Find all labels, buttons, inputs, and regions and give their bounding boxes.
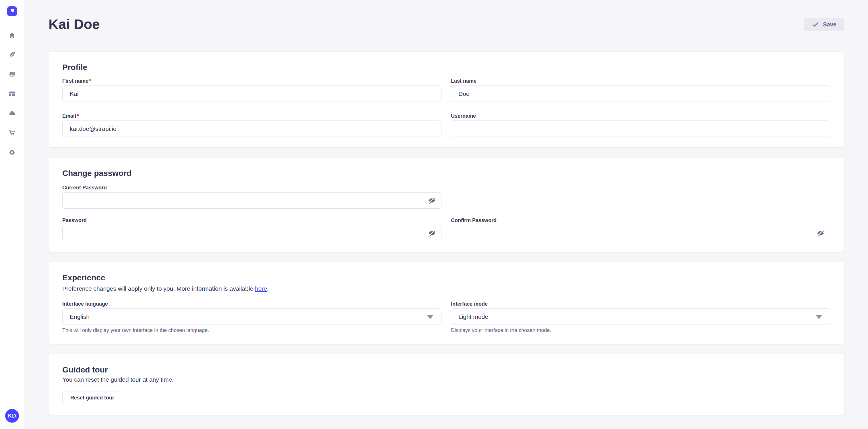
interface-mode-select[interactable]: Light mode [451, 308, 830, 325]
required-marker: * [77, 113, 79, 119]
first-name-field: First name* [62, 78, 441, 102]
interface-language-select[interactable]: English [62, 308, 441, 325]
experience-description: Preference changes will apply only to yo… [62, 285, 830, 292]
last-name-label: Last name [451, 78, 476, 84]
more-information-link[interactable]: here [255, 285, 267, 292]
strapi-logo[interactable] [7, 6, 17, 16]
sidebar-item-settings[interactable] [6, 146, 19, 159]
first-name-input[interactable] [62, 86, 441, 102]
interface-language-hint: This will only display your own interfac… [62, 327, 441, 333]
current-password-label: Current Password [62, 185, 107, 191]
interface-mode-value: Light mode [458, 314, 488, 320]
settings-cards: Profile First name* Last name Email* [49, 52, 844, 415]
settings-gear-icon [8, 148, 16, 156]
eye-off-icon [428, 229, 436, 237]
sidebar: KD [0, 0, 24, 429]
sidebar-item-media-library[interactable] [6, 68, 19, 80]
change-password-card: Change password Current Password [49, 158, 844, 252]
eye-off-icon [817, 229, 825, 237]
password-field: Password [62, 217, 441, 241]
interface-mode-hint: Displays your interface in the chosen mo… [451, 327, 830, 333]
last-name-field: Last name [451, 78, 830, 102]
content-manager-feather-icon [8, 51, 16, 59]
confirm-password-input[interactable] [451, 225, 830, 241]
interface-language-field: Interface language English This will onl… [62, 301, 441, 333]
page-title: Kai Doe [49, 16, 100, 33]
username-field: Username [451, 113, 830, 137]
password-label: Password [62, 218, 87, 223]
password-input[interactable] [62, 225, 441, 241]
guided-tour-card: Guided tour You can reset the guided tou… [49, 354, 844, 415]
toggle-confirm-password-visibility[interactable] [815, 228, 826, 238]
interface-language-value: English [70, 314, 90, 320]
main-nav [6, 22, 19, 159]
sidebar-footer: KD [0, 403, 24, 429]
guided-tour-description: You can reset the guided tour at any tim… [62, 376, 830, 384]
chevron-down-icon [427, 316, 433, 319]
sidebar-item-marketplace[interactable] [6, 127, 19, 139]
toggle-current-password-visibility[interactable] [427, 195, 437, 206]
sidebar-item-content-manager[interactable] [6, 48, 19, 61]
save-button-label: Save [823, 21, 836, 28]
toggle-password-visibility[interactable] [427, 228, 437, 238]
email-label: Email [62, 113, 76, 119]
current-password-field: Current Password [62, 185, 441, 209]
main-content: Kai Doe Save Profile First name* Last na… [24, 16, 868, 415]
chevron-down-icon [816, 316, 822, 319]
change-password-heading: Change password [62, 168, 830, 178]
username-label: Username [451, 113, 476, 119]
experience-card: Experience Preference changes will apply… [49, 262, 844, 344]
content-type-builder-icon [8, 90, 16, 98]
guided-tour-heading: Guided tour [62, 365, 830, 375]
check-icon [811, 21, 819, 28]
home-icon [8, 32, 16, 39]
cloud-icon [8, 110, 16, 117]
current-password-input[interactable] [62, 192, 441, 209]
sidebar-logo-section [0, 0, 24, 22]
interface-mode-label: Interface mode [451, 301, 488, 307]
media-library-icon [8, 71, 16, 78]
eye-off-icon [428, 197, 436, 204]
strapi-logo-icon [7, 6, 17, 16]
experience-heading: Experience [62, 273, 830, 283]
page-header: Kai Doe Save [49, 16, 844, 33]
sidebar-item-cloud[interactable] [6, 107, 19, 120]
required-marker: * [89, 78, 91, 84]
interface-mode-field: Interface mode Light mode Displays your … [451, 301, 830, 333]
save-button[interactable]: Save [804, 18, 844, 31]
last-name-input[interactable] [451, 86, 830, 102]
sidebar-item-content-type-builder[interactable] [6, 88, 19, 100]
profile-heading: Profile [62, 63, 830, 72]
email-field: Email* [62, 113, 441, 137]
reset-guided-tour-button[interactable]: Reset guided tour [62, 391, 122, 404]
sidebar-item-home[interactable] [6, 29, 19, 42]
confirm-password-field: Confirm Password [451, 217, 830, 241]
first-name-label: First name [62, 78, 88, 84]
confirm-password-label: Confirm Password [451, 218, 497, 223]
username-input[interactable] [451, 121, 830, 137]
avatar[interactable]: KD [5, 409, 19, 423]
marketplace-cart-icon [8, 129, 16, 137]
email-input[interactable] [62, 121, 441, 137]
profile-card: Profile First name* Last name Email* [49, 52, 844, 147]
interface-language-label: Interface language [62, 301, 108, 307]
